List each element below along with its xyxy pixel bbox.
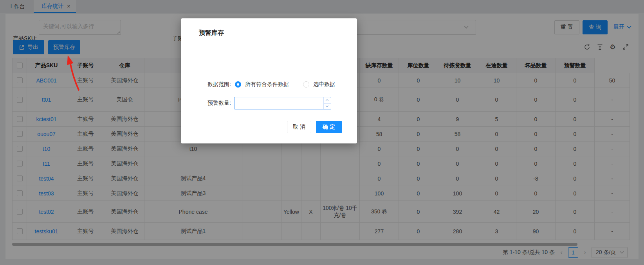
confirm-button[interactable]: 确 定 bbox=[316, 121, 342, 133]
data-scope-label: 数据范围: bbox=[207, 81, 231, 88]
warning-qty-label: 预警数量: bbox=[207, 100, 231, 107]
warning-qty-input[interactable] bbox=[234, 97, 331, 109]
radio-all-matching-data[interactable] bbox=[235, 81, 241, 88]
modal-title: 预警库存 bbox=[199, 29, 224, 37]
radio-all-matching-label: 所有符合条件数据 bbox=[245, 81, 289, 88]
radio-selected-label: 选中数据 bbox=[313, 81, 335, 88]
data-scope-row: 数据范围: 所有符合条件数据 选中数据 bbox=[207, 81, 335, 88]
spinner-up-icon[interactable] bbox=[324, 97, 331, 104]
modal-footer: 取 消 确 定 bbox=[287, 121, 342, 133]
spinner-down-icon[interactable] bbox=[324, 104, 331, 109]
warning-qty-row: 预警数量: bbox=[207, 97, 331, 109]
radio-selected-data[interactable] bbox=[303, 81, 309, 88]
warning-inventory-modal: 预警库存 数据范围: 所有符合条件数据 选中数据 预警数量: bbox=[181, 18, 357, 143]
cancel-button[interactable]: 取 消 bbox=[287, 121, 311, 133]
number-spinner bbox=[323, 97, 331, 109]
inventory-statistics-page: 工作台 库存统计 × 产品SKU: 子账号: 重 置 查 询 展开 bbox=[0, 0, 644, 265]
